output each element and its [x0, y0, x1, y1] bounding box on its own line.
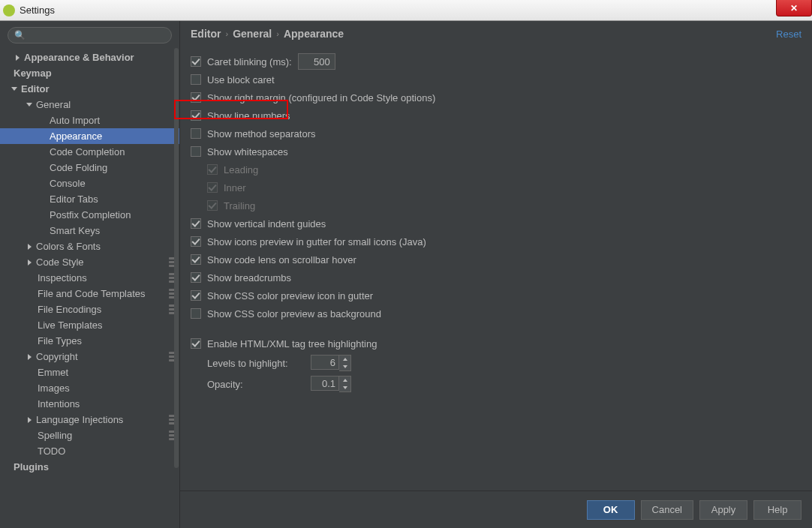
tree-item-file-encodings[interactable]: File Encodings [0, 302, 179, 317]
tree-item-code-style[interactable]: Code Style [0, 254, 179, 270]
dialog-footer: OK Cancel Apply Help [180, 490, 812, 528]
opt-show-icons-preview: Show icons preview in gutter for small i… [191, 232, 801, 250]
checkbox-show-line-numbers[interactable] [191, 110, 201, 121]
checkbox-trailing [207, 200, 218, 211]
tree-item-general[interactable]: General [0, 97, 179, 112]
tree-item-appearance-behavior[interactable]: Appearance & Behavior [0, 50, 179, 65]
tree-item-spelling[interactable]: Spelling [0, 428, 179, 443]
spinner-down-icon[interactable] [339, 363, 350, 370]
tree-item-todo[interactable]: TODO [0, 443, 179, 459]
tree-item-plugins[interactable]: Plugins [0, 459, 179, 475]
label-css-icon: Show CSS color preview icon in gutter [207, 290, 373, 302]
checkbox-css-icon[interactable] [191, 290, 201, 301]
label-leading: Leading [224, 164, 258, 176]
input-opacity[interactable] [311, 376, 339, 391]
apply-button[interactable]: Apply [699, 500, 747, 520]
label-opacity: Opacity: [207, 379, 305, 390]
tree-item-editor-tabs[interactable]: Editor Tabs [0, 191, 179, 207]
opt-show-css-bg: Show CSS color preview as background [191, 304, 801, 322]
ok-button[interactable]: OK [587, 500, 635, 520]
opt-show-right-margin: Show right margin (configured in Code St… [191, 88, 801, 106]
tree-item-colors-fonts[interactable]: Colors & Fonts [0, 238, 179, 254]
opt-caret-blinking: Caret blinking (ms): [191, 52, 801, 70]
help-button[interactable]: Help [753, 500, 801, 520]
checkbox-code-lens[interactable] [191, 254, 201, 265]
breadcrumb-sep: › [276, 29, 279, 38]
checkbox-breadcrumbs[interactable] [191, 272, 201, 283]
checkbox-vertical-indent[interactable] [191, 218, 201, 229]
checkbox-show-whitespaces[interactable] [191, 146, 201, 157]
window-close-button[interactable]: ✕ [776, 0, 812, 16]
opt-whitespace-leading: Leading [191, 160, 801, 178]
search-input[interactable] [29, 30, 165, 40]
label-show-right-margin: Show right margin (configured in Code St… [207, 92, 435, 104]
spinner-levels[interactable] [311, 355, 351, 371]
breadcrumb-item[interactable]: Editor [191, 28, 221, 40]
breadcrumb-sep: › [225, 29, 228, 38]
input-caret-blinking-ms[interactable] [298, 53, 335, 70]
checkbox-caret-blinking[interactable] [191, 56, 201, 67]
spinner-down-icon[interactable] [339, 384, 350, 392]
tree-item-editor[interactable]: Editor [0, 81, 179, 97]
opt-show-breadcrumbs: Show breadcrumbs [191, 268, 801, 286]
checkbox-enable-html-xml[interactable] [191, 338, 201, 349]
cancel-button[interactable]: Cancel [641, 500, 693, 520]
tree-item-appearance[interactable]: Appearance [0, 128, 179, 144]
checkbox-show-right-margin[interactable] [191, 92, 201, 103]
tree-item-smart-keys[interactable]: Smart Keys [0, 223, 179, 238]
sidebar-scrollbar[interactable] [174, 48, 179, 468]
tree-item-code-folding[interactable]: Code Folding [0, 160, 179, 176]
tree-item-copyright[interactable]: Copyright [0, 349, 179, 364]
window-title: Settings [20, 4, 55, 16]
checkbox-show-method-separators[interactable] [191, 128, 201, 139]
opt-whitespace-trailing: Trailing [191, 196, 801, 214]
tree-item-language-injections[interactable]: Language Injections [0, 412, 179, 428]
spinner-up-icon[interactable] [339, 376, 350, 384]
checkbox-leading [207, 164, 218, 175]
label-icons-preview: Show icons preview in gutter for small i… [207, 236, 426, 248]
reset-link[interactable]: Reset [776, 28, 801, 40]
label-show-line-numbers: Show line numbers [207, 110, 290, 122]
checkbox-css-bg[interactable] [191, 308, 201, 319]
sidebar: 🔍 Appearance & Behavior Keymap Editor Ge… [0, 21, 180, 528]
label-show-method-separators: Show method separators [207, 128, 316, 140]
tree-item-auto-import[interactable]: Auto Import [0, 112, 179, 128]
label-css-bg: Show CSS color preview as background [207, 308, 381, 320]
checkbox-inner [207, 182, 218, 193]
checkbox-icons-preview[interactable] [191, 236, 201, 247]
tree-item-keymap[interactable]: Keymap [0, 65, 179, 81]
opt-show-method-separators: Show method separators [191, 124, 801, 142]
label-code-lens: Show code lens on scrollbar hover [207, 254, 356, 266]
opt-opacity: Opacity: [191, 374, 801, 394]
tree-item-code-completion[interactable]: Code Completion [0, 144, 179, 160]
tree-item-inspections[interactable]: Inspections [0, 270, 179, 286]
opt-enable-html-xml: Enable HTML/XML tag tree highlighting [191, 334, 801, 352]
tree-item-file-types[interactable]: File Types [0, 333, 179, 349]
search-input-wrap[interactable]: 🔍 [8, 27, 172, 44]
label-vertical-indent: Show vertical indent guides [207, 218, 326, 230]
label-breadcrumbs: Show breadcrumbs [207, 272, 291, 284]
opt-show-vertical-indent: Show vertical indent guides [191, 214, 801, 232]
spinner-up-icon[interactable] [339, 356, 350, 363]
tree-item-postfix-completion[interactable]: Postfix Completion [0, 207, 179, 223]
main-panel: Editor › General › Appearance Reset Care… [180, 21, 812, 528]
settings-content: Caret blinking (ms): Use block caret Sho… [180, 46, 812, 490]
tree-item-intentions[interactable]: Intentions [0, 396, 179, 412]
breadcrumb-item[interactable]: Appearance [284, 28, 344, 40]
opt-use-block-caret: Use block caret [191, 70, 801, 88]
label-trailing: Trailing [224, 200, 255, 212]
opt-levels-to-highlight: Levels to highlight: [191, 352, 801, 374]
label-levels: Levels to highlight: [207, 358, 305, 369]
input-levels[interactable] [311, 355, 339, 370]
tree-item-live-templates[interactable]: Live Templates [0, 317, 179, 333]
tree-item-images[interactable]: Images [0, 380, 179, 396]
tree-item-file-code-templates[interactable]: File and Code Templates [0, 286, 179, 302]
spinner-opacity[interactable] [311, 376, 351, 392]
label-use-block-caret: Use block caret [207, 74, 275, 86]
checkbox-use-block-caret[interactable] [191, 74, 201, 85]
opt-show-code-lens: Show code lens on scrollbar hover [191, 250, 801, 268]
opt-whitespace-inner: Inner [191, 178, 801, 196]
tree-item-emmet[interactable]: Emmet [0, 364, 179, 380]
tree-item-console[interactable]: Console [0, 176, 179, 191]
breadcrumb-item[interactable]: General [233, 28, 272, 40]
